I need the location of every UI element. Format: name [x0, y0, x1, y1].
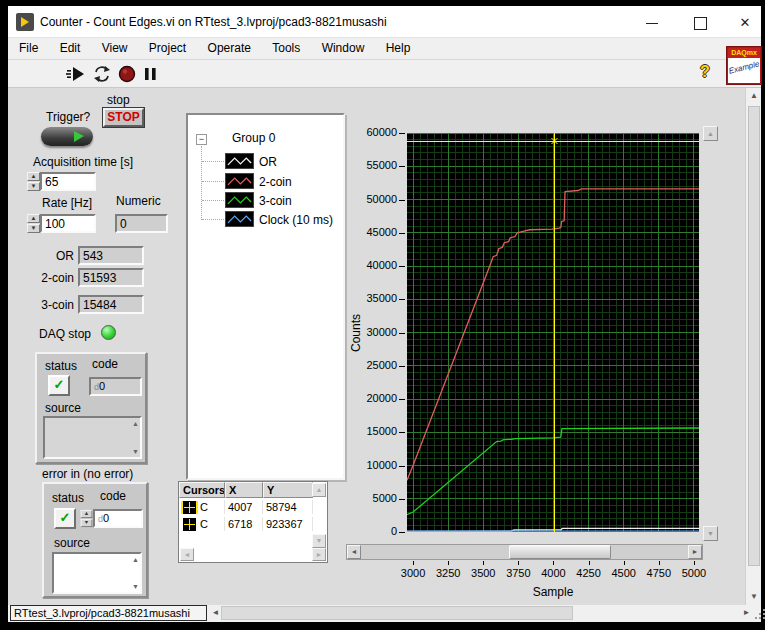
- scrollbar-thumb[interactable]: [221, 606, 573, 620]
- stop-label: stop: [107, 93, 130, 107]
- spinner-up-icon[interactable]: ▲: [27, 214, 40, 223]
- acquisition-time-spinner[interactable]: ▲ ▼: [27, 172, 40, 191]
- spinner-down-icon[interactable]: ▼: [81, 519, 93, 527]
- chart-scroll-left-icon[interactable]: ◄: [347, 545, 361, 559]
- spinner-down-icon[interactable]: ▼: [27, 182, 40, 191]
- scroll-up-icon[interactable]: ▲: [132, 556, 139, 563]
- maximize-button[interactable]: [686, 12, 714, 34]
- table-scroll-left-icon[interactable]: ◄: [180, 548, 194, 561]
- scroll-down-icon[interactable]: ▼: [132, 448, 139, 455]
- error-in-status-check[interactable]: ✓: [54, 508, 76, 529]
- bottom-bar: RTtest_3.lvproj/pcad3-8821musashi ◄ ►: [8, 605, 761, 622]
- chart-scroll-down-icon[interactable]: ▼: [703, 526, 718, 541]
- error-in-code-spinner[interactable]: ▲ ▼: [81, 510, 93, 527]
- x-tick-mark: [483, 561, 484, 565]
- cursor-x-value[interactable]: 4007: [225, 500, 263, 514]
- cursor-crosshair-icon[interactable]: [183, 518, 196, 531]
- spinner-down-icon[interactable]: ▼: [27, 224, 40, 233]
- menu-project[interactable]: Project: [140, 38, 195, 59]
- rate-label: Rate [Hz]: [42, 196, 92, 210]
- error-in-cluster: status code ✓ ▲ ▼ d0 source ▲ ▼: [42, 482, 148, 598]
- cursor-y-value[interactable]: 58794: [263, 500, 313, 514]
- trigger-switch[interactable]: [41, 127, 93, 146]
- menu-help[interactable]: Help: [377, 38, 420, 59]
- menu-tools[interactable]: Tools: [263, 38, 309, 59]
- y-tick-label: 50000: [366, 193, 397, 205]
- chart-scrollbar-thumb[interactable]: [509, 545, 611, 559]
- chart-scroll-right-icon[interactable]: ►: [688, 545, 702, 559]
- resize-grip[interactable]: [755, 609, 765, 619]
- rate-field[interactable]: 100: [40, 214, 96, 233]
- menu-view[interactable]: View: [93, 38, 137, 59]
- tree-connector: [201, 146, 202, 220]
- legend-item-or[interactable]: OR: [259, 155, 277, 169]
- legend-item-3coin[interactable]: 3-coin: [259, 194, 292, 208]
- abort-icon[interactable]: [117, 65, 137, 83]
- cursor-table-header-cursors[interactable]: Cursors: [179, 482, 225, 498]
- cursor-crosshair-icon[interactable]: [183, 501, 196, 514]
- run-continuous-icon[interactable]: [92, 65, 112, 83]
- x-tick-label: 4500: [611, 567, 635, 579]
- cursor-x-value[interactable]: 6718: [225, 517, 263, 531]
- titlebar[interactable]: Counter - Count Edges.vi on RTtest_3.lvp…: [8, 6, 761, 38]
- error-in-code-field[interactable]: d0: [93, 509, 143, 528]
- rate-spinner[interactable]: ▲ ▼: [27, 214, 40, 233]
- chart-x-scrollbar[interactable]: ◄ ►: [346, 544, 703, 560]
- table-scroll-down-icon[interactable]: ▼: [312, 534, 326, 548]
- tree-collapse-icon[interactable]: −: [196, 134, 207, 145]
- cursor-table-header-x[interactable]: X: [225, 482, 263, 498]
- numeric-label: Numeric: [116, 194, 161, 208]
- menu-edit[interactable]: Edit: [51, 38, 90, 59]
- error-in-source-box[interactable]: ▲ ▼: [52, 552, 142, 594]
- scrollbar-right-icon[interactable]: ►: [740, 606, 753, 620]
- spinner-up-icon[interactable]: ▲: [81, 510, 93, 518]
- legend-item-clock[interactable]: Clock (10 ms): [259, 213, 333, 227]
- y-tick-mark: [399, 200, 405, 201]
- error-in-code-value: 0: [103, 512, 109, 524]
- y-tick-label: 30000: [366, 326, 397, 338]
- x-tick-label: 4250: [576, 567, 600, 579]
- plot-legend-panel: − Group 0 OR 2-coin 3-coin Clock (10 ms): [186, 113, 345, 480]
- execution-target-indicator[interactable]: RTtest_3.lvproj/pcad3-8821musashi: [10, 605, 207, 621]
- minimize-button[interactable]: [638, 12, 666, 34]
- run-icon[interactable]: [66, 65, 86, 83]
- y-tick-mark: [399, 333, 405, 334]
- daqmx-example-badge[interactable]: DAQmx Example: [727, 47, 761, 84]
- cursor-name[interactable]: C: [197, 500, 225, 514]
- menu-window[interactable]: Window: [313, 38, 374, 59]
- y-tick-label: 20000: [366, 392, 397, 404]
- spinner-up-icon[interactable]: ▲: [27, 172, 40, 181]
- x-axis[interactable]: 300032503500375040004250450047505000: [407, 561, 699, 585]
- cursor-table-header-y[interactable]: Y: [263, 482, 313, 498]
- table-scroll-up-icon[interactable]: ▲: [312, 483, 326, 497]
- menu-operate[interactable]: Operate: [199, 38, 260, 59]
- chart-plot-svg[interactable]: [407, 133, 699, 532]
- legend-swatch[interactable]: [225, 173, 254, 189]
- window-vertical-scrollbar[interactable]: ▲ ▼: [745, 88, 761, 605]
- acquisition-time-field[interactable]: 65: [40, 172, 96, 191]
- x-tick-mark: [448, 561, 449, 565]
- scroll-up-icon[interactable]: ▲: [132, 420, 139, 427]
- legend-swatch[interactable]: [225, 211, 254, 227]
- scrollbar-thumb[interactable]: [748, 106, 760, 566]
- menubar: File Edit View Project Operate Tools Win…: [8, 38, 761, 60]
- daqmx-badge-body: Example: [727, 59, 760, 75]
- x-tick-mark: [413, 561, 414, 565]
- legend-swatch[interactable]: [225, 153, 254, 169]
- legend-swatch[interactable]: [225, 192, 254, 208]
- cursor-y-value[interactable]: 923367: [263, 517, 313, 531]
- scroll-down-icon[interactable]: ▼: [132, 583, 139, 590]
- scrollbar-down-icon[interactable]: ▼: [746, 589, 762, 605]
- y-axis[interactable]: 0500010000150002000025000300003500040000…: [362, 133, 406, 533]
- stop-button[interactable]: STOP: [103, 108, 144, 127]
- help-icon[interactable]: ?: [700, 63, 710, 81]
- pause-icon[interactable]: [141, 65, 161, 83]
- table-scroll-right-icon[interactable]: ►: [312, 548, 326, 561]
- error-out-cluster: status code ✓ d0 source ▲ ▼: [35, 352, 147, 464]
- close-button[interactable]: ✕: [731, 12, 759, 34]
- scrollbar-up-icon[interactable]: ▲: [746, 88, 762, 104]
- menu-file[interactable]: File: [10, 38, 47, 59]
- legend-item-2coin[interactable]: 2-coin: [259, 175, 292, 189]
- cursor-name[interactable]: C: [197, 517, 225, 531]
- chart-scroll-up-icon[interactable]: ▲: [703, 126, 718, 141]
